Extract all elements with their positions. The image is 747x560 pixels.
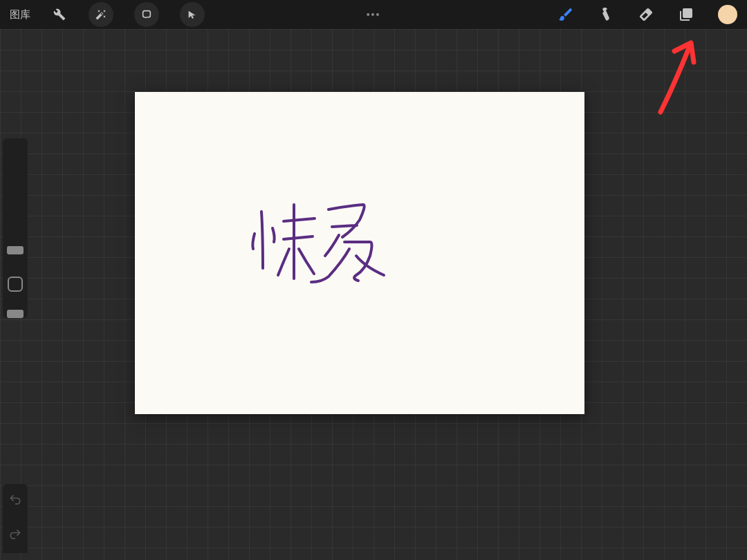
color-swatch[interactable] xyxy=(718,5,737,24)
layers-icon[interactable] xyxy=(678,6,694,23)
eraser-icon[interactable] xyxy=(638,6,654,23)
left-sidebar xyxy=(3,138,28,318)
toolbar-right-group xyxy=(557,5,737,24)
brush-icon[interactable] xyxy=(557,6,574,23)
cursor-icon[interactable] xyxy=(180,2,205,27)
svg-rect-0 xyxy=(683,8,692,18)
undo-icon[interactable] xyxy=(8,493,22,510)
undo-redo-panel xyxy=(3,484,28,553)
brush-controls-panel xyxy=(3,138,28,318)
brush-size-slider[interactable] xyxy=(7,246,24,254)
smudge-icon[interactable] xyxy=(598,6,614,23)
opacity-slider[interactable] xyxy=(7,310,24,318)
gallery-button[interactable]: 图库 xyxy=(10,8,30,21)
top-toolbar: 图库 ••• xyxy=(0,0,747,29)
selection-icon[interactable] xyxy=(134,2,159,27)
canvas[interactable] xyxy=(135,92,584,414)
wand-icon[interactable] xyxy=(89,2,113,27)
toolbar-left-group: 图库 xyxy=(10,2,205,27)
modifier-button[interactable] xyxy=(8,277,23,292)
wrench-icon[interactable] xyxy=(51,6,68,23)
handwritten-content xyxy=(249,192,408,303)
more-menu-icon[interactable]: ••• xyxy=(367,9,381,20)
redo-icon[interactable] xyxy=(8,528,22,545)
